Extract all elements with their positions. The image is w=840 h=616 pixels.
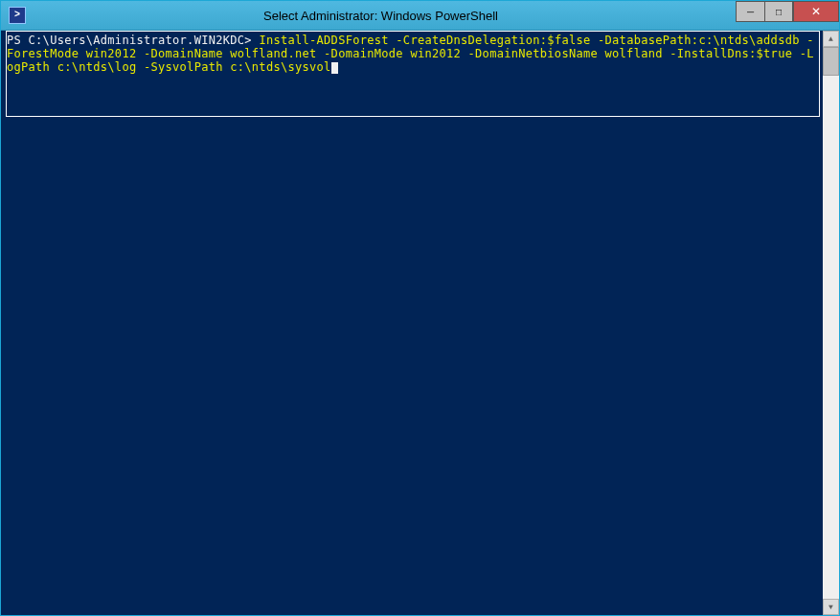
icon-glyph: > <box>14 11 20 20</box>
terminal-output[interactable]: PS C:\Users\Administrator.WIN2KDC> Insta… <box>7 34 820 74</box>
maximize-button[interactable]: □ <box>764 1 793 22</box>
scroll-thumb[interactable] <box>823 47 839 76</box>
text-cursor <box>331 62 338 74</box>
terminal-content[interactable]: PS C:\Users\Administrator.WIN2KDC> Insta… <box>1 31 839 615</box>
scroll-track[interactable] <box>823 47 839 599</box>
window-controls: ─ □ ✕ <box>736 1 839 22</box>
powershell-icon: > <box>9 7 26 24</box>
powershell-window: > Select Administrator: Windows PowerShe… <box>0 0 840 616</box>
vertical-scrollbar[interactable]: ▲ ▼ <box>823 31 839 615</box>
prompt-text: PS C:\Users\Administrator.WIN2KDC> <box>7 34 259 47</box>
scroll-down-button[interactable]: ▼ <box>823 599 839 615</box>
window-title: Select Administrator: Windows PowerShell <box>26 9 736 23</box>
titlebar[interactable]: > Select Administrator: Windows PowerShe… <box>1 1 839 31</box>
scroll-up-button[interactable]: ▲ <box>823 31 839 47</box>
close-button[interactable]: ✕ <box>793 1 839 22</box>
minimize-button[interactable]: ─ <box>736 1 764 22</box>
